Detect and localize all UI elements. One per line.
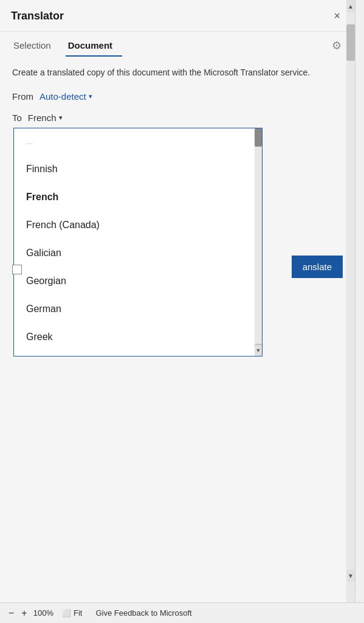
translate-button[interactable]: anslate [292, 256, 343, 278]
panel-scrollbar: ▲ ▼ [346, 0, 355, 602]
tab-document[interactable]: Document [66, 34, 122, 57]
to-label: To [12, 113, 22, 123]
zoom-controls: − + 100% [7, 608, 53, 619]
to-value-text: French [28, 113, 57, 123]
checkbox[interactable] [12, 265, 22, 274]
from-value-text: Auto-detect [39, 91, 86, 102]
language-dropdown-container: ... Finnish French French (Canada) Galic… [13, 128, 343, 357]
panel-title: Translator [11, 10, 64, 23]
tabs-row: Selection Document ⚙ [0, 34, 355, 57]
checkbox-area [12, 265, 22, 277]
from-row: From Auto-detect ▾ [12, 91, 343, 102]
fit-icon: ⬜ [62, 609, 71, 618]
list-item[interactable]: Galician [14, 239, 262, 267]
close-button[interactable]: × [330, 9, 344, 24]
zoom-in-button[interactable]: + [20, 608, 28, 619]
settings-icon[interactable]: ⚙ [329, 37, 344, 55]
tabs-container: Selection Document [11, 34, 127, 57]
list-item[interactable]: Greek [14, 323, 262, 351]
scroll-down-arrow[interactable]: ▼ [346, 569, 355, 582]
dropdown-scrollbar: ▲ ▼ [255, 128, 262, 356]
list-item[interactable]: Georgian [14, 267, 262, 295]
tab-selection[interactable]: Selection [11, 34, 61, 57]
panel-header: Translator × [0, 0, 355, 32]
dropdown-scroll-down[interactable]: ▼ [255, 345, 262, 356]
dropdown-scroll-thumb[interactable] [255, 128, 262, 147]
fit-label: Fit [74, 608, 82, 618]
zoom-level: 100% [33, 608, 53, 618]
feedback-link[interactable]: Give Feedback to Microsoft [95, 608, 191, 618]
fit-button[interactable]: ⬜ Fit [62, 608, 82, 618]
list-item[interactable]: German [14, 295, 262, 323]
to-dropdown[interactable]: French ▾ [28, 113, 63, 123]
from-dropdown[interactable]: Auto-detect ▾ [39, 91, 92, 102]
list-item-french[interactable]: French [14, 183, 262, 211]
zoom-out-button[interactable]: − [7, 608, 15, 619]
from-dropdown-arrow: ▾ [89, 92, 92, 100]
list-item[interactable]: Finnish [14, 155, 262, 183]
list-item[interactable]: ... [14, 133, 262, 155]
scroll-up-arrow[interactable]: ▲ [346, 0, 355, 12]
bottom-bar: − + 100% ⬜ Fit Give Feedback to Microsof… [0, 602, 364, 623]
list-item[interactable]: French (Canada) [14, 211, 262, 239]
panel-content: Create a translated copy of this documen… [0, 57, 355, 357]
translator-panel: Translator × Selection Document ⚙ Create… [0, 0, 355, 602]
to-row: To French ▾ [12, 113, 343, 123]
dropdown-list: ... Finnish French French (Canada) Galic… [14, 128, 262, 356]
to-dropdown-arrow: ▾ [59, 114, 63, 122]
from-label: From [12, 91, 33, 102]
description-text: Create a translated copy of this documen… [12, 66, 343, 79]
language-dropdown-box: ... Finnish French French (Canada) Galic… [13, 128, 263, 357]
scrollbar-thumb[interactable] [346, 24, 355, 61]
